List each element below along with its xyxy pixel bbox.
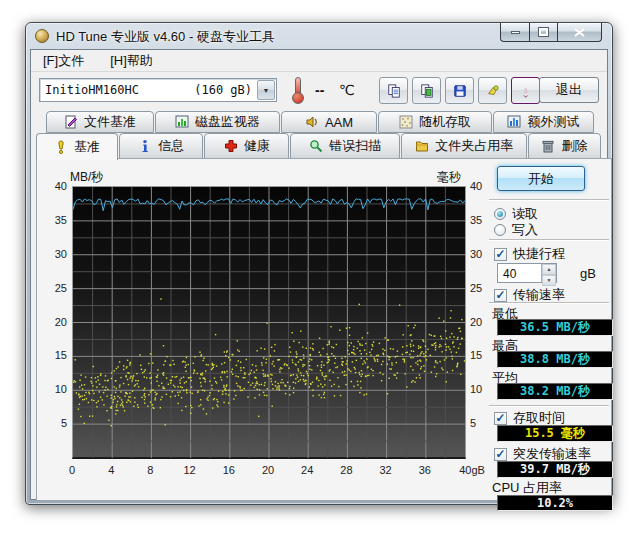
x-axis-tick: 36 [419, 464, 431, 476]
tab-extra-tests[interactable]: 额外测试 [493, 111, 594, 133]
menu-bar: [F]文件 [H]帮助 [31, 50, 607, 72]
titlebar[interactable]: HD Tune 专业版 v4.60 - 硬盘专业工具 [26, 23, 612, 49]
copy-image-button[interactable] [412, 77, 441, 104]
x-axis-tick: 0 [69, 464, 75, 476]
update-button[interactable]: ↓ [511, 77, 540, 104]
tab-delete[interactable]: 删除 [528, 133, 601, 159]
delete-icon [541, 139, 555, 153]
minimize-icon [511, 31, 520, 34]
divider [489, 199, 609, 200]
close-button[interactable] [557, 23, 602, 42]
tab-folder-usage[interactable]: 文件夹占用率 [401, 133, 526, 159]
window-title: HD Tune 专业版 v4.60 - 硬盘专业工具 [56, 28, 275, 46]
maximize-button[interactable] [529, 23, 557, 42]
health-icon [224, 139, 238, 153]
x-axis-tick: 24 [301, 464, 313, 476]
x-axis-tick: 28 [340, 464, 352, 476]
tab-error-scan[interactable]: 错误扫描 [290, 133, 401, 159]
write-radio[interactable]: 写入 [494, 221, 538, 239]
chart-canvas [73, 187, 465, 458]
start-button[interactable]: 开始 [497, 166, 585, 191]
temperature-value: -- [315, 82, 324, 98]
disk-monitor-icon [175, 115, 189, 129]
checkbox-checked-icon: ✓ [494, 248, 507, 261]
thermometer-icon [291, 77, 305, 104]
y-axis-tick: 15 [41, 349, 67, 361]
spinner-up-icon[interactable]: ▲ [542, 264, 556, 275]
capacity-unit: gB [580, 266, 596, 281]
drive-size: (160 gB) [194, 83, 252, 97]
x-axis-tick: 8 [147, 464, 153, 476]
random-access-icon [399, 115, 413, 129]
error-scan-icon [309, 139, 323, 153]
left-axis-unit: MB/秒 [70, 169, 103, 186]
drive-select[interactable]: InitioHM160HC (160 gB) ▼ [39, 78, 277, 102]
y-axis-tick: 35 [470, 214, 496, 226]
tab-disk-monitor[interactable]: 磁盘监视器 [155, 111, 280, 133]
short-stroke-checkbox[interactable]: ✓ 快捷行程 [494, 245, 565, 263]
options-button[interactable] [478, 77, 507, 104]
min-value: 36.5 MB/秒 [497, 319, 613, 336]
checkbox-checked-icon: ✓ [494, 289, 507, 302]
x-axis-tick: 20 [262, 464, 274, 476]
cpu-value: 10.2% [497, 495, 613, 511]
y-axis-tick: 10 [41, 383, 67, 395]
menu-help[interactable]: [H]帮助 [106, 50, 157, 72]
divider [489, 302, 609, 303]
radio-selected-icon [494, 208, 506, 220]
burst-rate-value: 39.7 MB/秒 [497, 461, 613, 478]
y-axis-tick: 25 [470, 282, 496, 294]
close-icon [574, 28, 585, 37]
tab-benchmark[interactable]: 基准 [36, 133, 118, 160]
x-axis-tick: 4 [108, 464, 114, 476]
app-icon [35, 29, 49, 43]
checkbox-checked-icon: ✓ [494, 412, 507, 425]
access-time-value: 15.5 毫秒 [497, 425, 613, 442]
y-axis-tick: 5 [41, 417, 67, 429]
checkbox-checked-icon: ✓ [494, 448, 507, 461]
y-axis-tick: 40 [470, 180, 496, 192]
capacity-stepper[interactable]: 40 ▲ ▼ [497, 263, 557, 283]
save-icon [453, 84, 467, 98]
toolbar-buttons: ↓ [379, 77, 540, 104]
client-area: [F]文件 [H]帮助 InitioHM160HC (160 gB) ▼ -- … [30, 49, 608, 500]
copy-text-button[interactable] [379, 77, 408, 104]
aam-icon [305, 115, 319, 129]
app-window: HD Tune 专业版 v4.60 - 硬盘专业工具 [F]文件 [H]帮助 I… [25, 22, 613, 505]
y-axis-tick: 40 [41, 180, 67, 192]
divider [489, 239, 609, 240]
chevron-down-icon[interactable]: ▼ [257, 80, 275, 100]
tab-health[interactable]: 健康 [204, 133, 289, 159]
y-axis-tick: 30 [41, 248, 67, 260]
tab-aam[interactable]: AAM [281, 111, 378, 133]
y-axis-tick: 30 [470, 248, 496, 260]
info-icon [138, 139, 152, 153]
spinner-down-icon[interactable]: ▼ [542, 275, 556, 286]
tab-random-access[interactable]: 随机存取 [378, 111, 492, 133]
save-button[interactable] [445, 77, 474, 104]
x-axis-tick: 12 [183, 464, 195, 476]
exit-button[interactable]: 退出 [539, 77, 599, 103]
y-axis-tick: 25 [41, 282, 67, 294]
x-axis-tick: 40gB [459, 464, 485, 476]
y-axis-tick: 5 [470, 417, 496, 429]
tab-row-primary: 基准 信息 健康 错误扫描 [36, 133, 602, 159]
tab-info[interactable]: 信息 [119, 133, 204, 159]
y-axis-tick: 20 [41, 316, 67, 328]
x-axis-tick: 32 [379, 464, 391, 476]
drive-name: InitioHM160HC [45, 83, 139, 97]
copy-text-icon [387, 84, 401, 98]
divider [489, 405, 609, 406]
download-icon: ↓ [522, 83, 530, 99]
file-benchmark-icon [64, 115, 78, 129]
x-axis-tick: 16 [223, 464, 235, 476]
options-icon [486, 84, 500, 98]
menu-file[interactable]: [F]文件 [39, 50, 88, 72]
benchmark-chart [72, 186, 466, 459]
minimize-button[interactable] [500, 23, 529, 42]
radio-unselected-icon [494, 224, 506, 236]
benchmark-icon [54, 140, 68, 154]
benchmark-panel: MB/秒 毫秒 403530252015105 403530252015105 … [36, 158, 612, 501]
extra-tests-icon [507, 115, 521, 129]
tab-file-benchmark[interactable]: 文件基准 [46, 111, 154, 133]
